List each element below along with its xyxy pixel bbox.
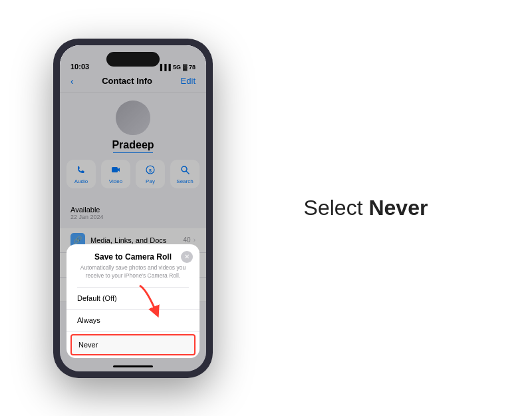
option-never[interactable]: Never [70,334,196,355]
modal-header: Save to Camera Roll ✕ [66,244,200,264]
phone-mockup: 10:03 ▐▐▐ 5G ▓ 78 ‹ Contact Info Edit Pr… [53,39,213,378]
instruction-label: Select Never [304,196,428,220]
arrow-icon [133,282,173,322]
instruction-area: Select Never [213,196,492,220]
page-container: 10:03 ▐▐▐ 5G ▓ 78 ‹ Contact Info Edit Pr… [0,0,532,416]
instruction-prefix: Select [304,196,369,220]
arrow-container [133,282,173,325]
modal-close-button[interactable]: ✕ [181,251,193,263]
instruction-emphasis: Never [368,196,428,220]
phone-screen: 10:03 ▐▐▐ 5G ▓ 78 ‹ Contact Info Edit Pr… [60,45,206,371]
modal-title: Save to Camera Roll [94,252,172,262]
